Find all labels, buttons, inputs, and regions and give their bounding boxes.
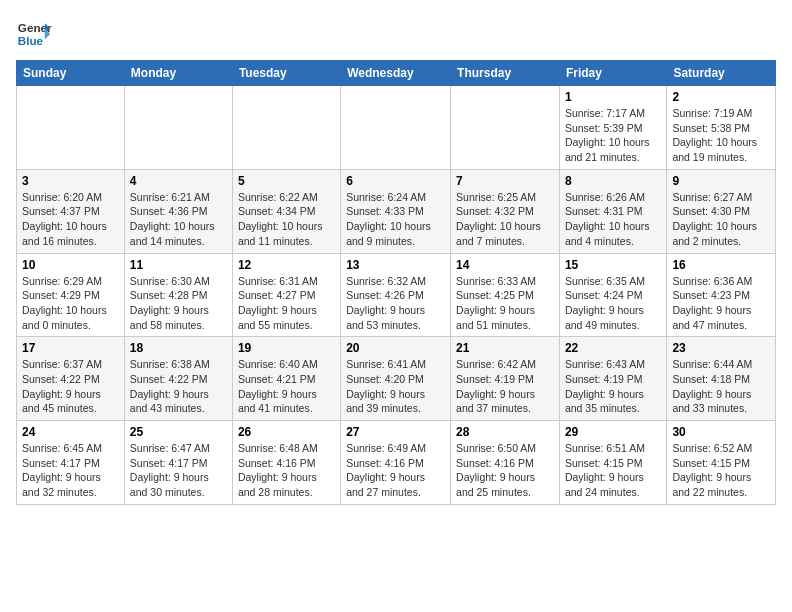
day-number: 12 bbox=[238, 258, 335, 272]
header-saturday: Saturday bbox=[667, 61, 776, 86]
day-number: 19 bbox=[238, 341, 335, 355]
calendar-cell: 28Sunrise: 6:50 AM Sunset: 4:16 PM Dayli… bbox=[451, 421, 560, 505]
day-info: Sunrise: 6:22 AM Sunset: 4:34 PM Dayligh… bbox=[238, 190, 335, 249]
day-info: Sunrise: 6:26 AM Sunset: 4:31 PM Dayligh… bbox=[565, 190, 661, 249]
day-info: Sunrise: 6:47 AM Sunset: 4:17 PM Dayligh… bbox=[130, 441, 227, 500]
calendar-cell: 18Sunrise: 6:38 AM Sunset: 4:22 PM Dayli… bbox=[124, 337, 232, 421]
day-info: Sunrise: 6:52 AM Sunset: 4:15 PM Dayligh… bbox=[672, 441, 770, 500]
day-number: 20 bbox=[346, 341, 445, 355]
calendar-cell: 29Sunrise: 6:51 AM Sunset: 4:15 PM Dayli… bbox=[559, 421, 666, 505]
calendar-cell: 6Sunrise: 6:24 AM Sunset: 4:33 PM Daylig… bbox=[341, 169, 451, 253]
calendar-cell: 24Sunrise: 6:45 AM Sunset: 4:17 PM Dayli… bbox=[17, 421, 125, 505]
calendar-cell: 10Sunrise: 6:29 AM Sunset: 4:29 PM Dayli… bbox=[17, 253, 125, 337]
week-row-3: 17Sunrise: 6:37 AM Sunset: 4:22 PM Dayli… bbox=[17, 337, 776, 421]
day-info: Sunrise: 6:51 AM Sunset: 4:15 PM Dayligh… bbox=[565, 441, 661, 500]
calendar-cell: 16Sunrise: 6:36 AM Sunset: 4:23 PM Dayli… bbox=[667, 253, 776, 337]
day-info: Sunrise: 6:45 AM Sunset: 4:17 PM Dayligh… bbox=[22, 441, 119, 500]
day-number: 23 bbox=[672, 341, 770, 355]
header-wednesday: Wednesday bbox=[341, 61, 451, 86]
calendar-cell: 22Sunrise: 6:43 AM Sunset: 4:19 PM Dayli… bbox=[559, 337, 666, 421]
header-friday: Friday bbox=[559, 61, 666, 86]
day-info: Sunrise: 6:33 AM Sunset: 4:25 PM Dayligh… bbox=[456, 274, 554, 333]
calendar-cell: 13Sunrise: 6:32 AM Sunset: 4:26 PM Dayli… bbox=[341, 253, 451, 337]
day-info: Sunrise: 6:21 AM Sunset: 4:36 PM Dayligh… bbox=[130, 190, 227, 249]
day-number: 29 bbox=[565, 425, 661, 439]
day-number: 17 bbox=[22, 341, 119, 355]
week-row-4: 24Sunrise: 6:45 AM Sunset: 4:17 PM Dayli… bbox=[17, 421, 776, 505]
calendar-cell: 2Sunrise: 7:19 AM Sunset: 5:38 PM Daylig… bbox=[667, 86, 776, 170]
calendar-cell: 17Sunrise: 6:37 AM Sunset: 4:22 PM Dayli… bbox=[17, 337, 125, 421]
day-number: 9 bbox=[672, 174, 770, 188]
day-number: 25 bbox=[130, 425, 227, 439]
day-number: 15 bbox=[565, 258, 661, 272]
header-tuesday: Tuesday bbox=[232, 61, 340, 86]
calendar-cell: 27Sunrise: 6:49 AM Sunset: 4:16 PM Dayli… bbox=[341, 421, 451, 505]
day-number: 2 bbox=[672, 90, 770, 104]
day-number: 16 bbox=[672, 258, 770, 272]
day-number: 14 bbox=[456, 258, 554, 272]
week-row-0: 1Sunrise: 7:17 AM Sunset: 5:39 PM Daylig… bbox=[17, 86, 776, 170]
day-number: 28 bbox=[456, 425, 554, 439]
day-number: 21 bbox=[456, 341, 554, 355]
day-info: Sunrise: 6:50 AM Sunset: 4:16 PM Dayligh… bbox=[456, 441, 554, 500]
calendar-cell: 11Sunrise: 6:30 AM Sunset: 4:28 PM Dayli… bbox=[124, 253, 232, 337]
day-number: 7 bbox=[456, 174, 554, 188]
calendar-cell: 25Sunrise: 6:47 AM Sunset: 4:17 PM Dayli… bbox=[124, 421, 232, 505]
day-info: Sunrise: 6:32 AM Sunset: 4:26 PM Dayligh… bbox=[346, 274, 445, 333]
calendar-cell bbox=[341, 86, 451, 170]
day-number: 3 bbox=[22, 174, 119, 188]
calendar-cell: 4Sunrise: 6:21 AM Sunset: 4:36 PM Daylig… bbox=[124, 169, 232, 253]
logo: General Blue bbox=[16, 16, 52, 52]
calendar-table: SundayMondayTuesdayWednesdayThursdayFrid… bbox=[16, 60, 776, 505]
day-number: 4 bbox=[130, 174, 227, 188]
calendar-cell bbox=[17, 86, 125, 170]
calendar-cell: 19Sunrise: 6:40 AM Sunset: 4:21 PM Dayli… bbox=[232, 337, 340, 421]
day-info: Sunrise: 6:37 AM Sunset: 4:22 PM Dayligh… bbox=[22, 357, 119, 416]
day-number: 18 bbox=[130, 341, 227, 355]
day-info: Sunrise: 6:27 AM Sunset: 4:30 PM Dayligh… bbox=[672, 190, 770, 249]
day-info: Sunrise: 6:40 AM Sunset: 4:21 PM Dayligh… bbox=[238, 357, 335, 416]
calendar-cell: 20Sunrise: 6:41 AM Sunset: 4:20 PM Dayli… bbox=[341, 337, 451, 421]
calendar-cell: 23Sunrise: 6:44 AM Sunset: 4:18 PM Dayli… bbox=[667, 337, 776, 421]
header-sunday: Sunday bbox=[17, 61, 125, 86]
day-info: Sunrise: 6:44 AM Sunset: 4:18 PM Dayligh… bbox=[672, 357, 770, 416]
day-number: 27 bbox=[346, 425, 445, 439]
header-thursday: Thursday bbox=[451, 61, 560, 86]
day-number: 26 bbox=[238, 425, 335, 439]
day-info: Sunrise: 6:49 AM Sunset: 4:16 PM Dayligh… bbox=[346, 441, 445, 500]
calendar-cell: 30Sunrise: 6:52 AM Sunset: 4:15 PM Dayli… bbox=[667, 421, 776, 505]
day-info: Sunrise: 7:19 AM Sunset: 5:38 PM Dayligh… bbox=[672, 106, 770, 165]
day-number: 5 bbox=[238, 174, 335, 188]
day-info: Sunrise: 6:43 AM Sunset: 4:19 PM Dayligh… bbox=[565, 357, 661, 416]
week-row-2: 10Sunrise: 6:29 AM Sunset: 4:29 PM Dayli… bbox=[17, 253, 776, 337]
day-info: Sunrise: 7:17 AM Sunset: 5:39 PM Dayligh… bbox=[565, 106, 661, 165]
day-number: 8 bbox=[565, 174, 661, 188]
day-info: Sunrise: 6:48 AM Sunset: 4:16 PM Dayligh… bbox=[238, 441, 335, 500]
calendar-cell: 21Sunrise: 6:42 AM Sunset: 4:19 PM Dayli… bbox=[451, 337, 560, 421]
day-number: 22 bbox=[565, 341, 661, 355]
header-monday: Monday bbox=[124, 61, 232, 86]
calendar-cell bbox=[232, 86, 340, 170]
day-info: Sunrise: 6:20 AM Sunset: 4:37 PM Dayligh… bbox=[22, 190, 119, 249]
day-info: Sunrise: 6:30 AM Sunset: 4:28 PM Dayligh… bbox=[130, 274, 227, 333]
calendar-cell: 26Sunrise: 6:48 AM Sunset: 4:16 PM Dayli… bbox=[232, 421, 340, 505]
calendar-cell: 7Sunrise: 6:25 AM Sunset: 4:32 PM Daylig… bbox=[451, 169, 560, 253]
day-info: Sunrise: 6:31 AM Sunset: 4:27 PM Dayligh… bbox=[238, 274, 335, 333]
logo-icon: General Blue bbox=[16, 16, 52, 52]
day-info: Sunrise: 6:29 AM Sunset: 4:29 PM Dayligh… bbox=[22, 274, 119, 333]
calendar-cell: 14Sunrise: 6:33 AM Sunset: 4:25 PM Dayli… bbox=[451, 253, 560, 337]
day-number: 6 bbox=[346, 174, 445, 188]
calendar-cell bbox=[451, 86, 560, 170]
day-info: Sunrise: 6:38 AM Sunset: 4:22 PM Dayligh… bbox=[130, 357, 227, 416]
day-number: 10 bbox=[22, 258, 119, 272]
calendar-cell: 1Sunrise: 7:17 AM Sunset: 5:39 PM Daylig… bbox=[559, 86, 666, 170]
day-info: Sunrise: 6:35 AM Sunset: 4:24 PM Dayligh… bbox=[565, 274, 661, 333]
calendar-cell: 12Sunrise: 6:31 AM Sunset: 4:27 PM Dayli… bbox=[232, 253, 340, 337]
day-info: Sunrise: 6:36 AM Sunset: 4:23 PM Dayligh… bbox=[672, 274, 770, 333]
day-number: 24 bbox=[22, 425, 119, 439]
header: General Blue bbox=[16, 16, 776, 52]
day-info: Sunrise: 6:25 AM Sunset: 4:32 PM Dayligh… bbox=[456, 190, 554, 249]
day-number: 1 bbox=[565, 90, 661, 104]
calendar-cell: 5Sunrise: 6:22 AM Sunset: 4:34 PM Daylig… bbox=[232, 169, 340, 253]
day-info: Sunrise: 6:41 AM Sunset: 4:20 PM Dayligh… bbox=[346, 357, 445, 416]
